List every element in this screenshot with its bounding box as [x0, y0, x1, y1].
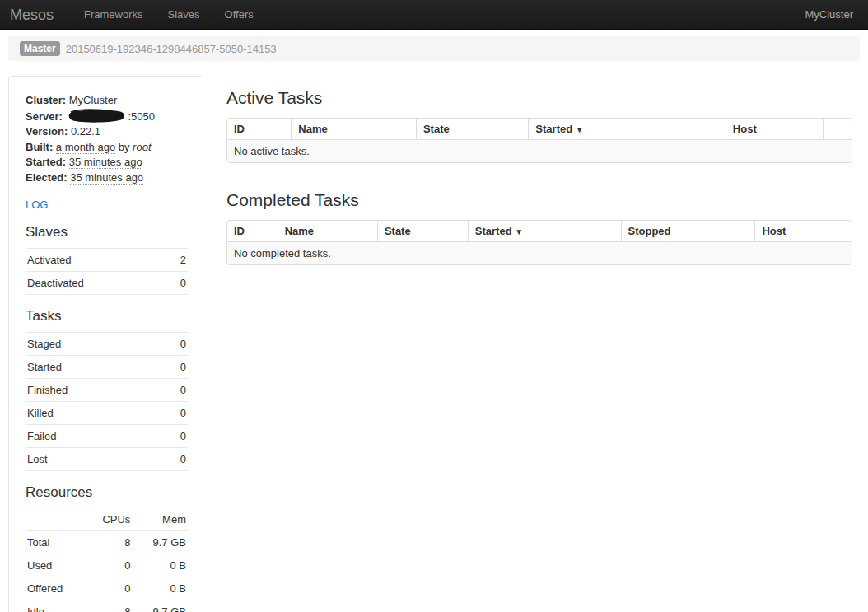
completed-col-started[interactable]: Started ▼: [468, 221, 621, 241]
completed-tasks-title: Completed Tasks: [226, 190, 852, 210]
completed-col-state[interactable]: State: [377, 221, 468, 241]
table-row: No completed tasks.: [227, 241, 852, 264]
resources-section-title: Resources: [26, 484, 188, 501]
completed-tasks-table: ID Name State Started ▼ Stopped Host No …: [226, 220, 852, 265]
active-col-name[interactable]: Name: [291, 119, 416, 139]
redaction-scribble: [66, 109, 127, 124]
table-row: Started 0: [26, 356, 188, 379]
stat-label: Failed: [26, 425, 160, 448]
brand-link-mesos[interactable]: Mesos: [0, 0, 72, 30]
master-badge: Master: [20, 41, 60, 56]
resource-mem: 9.7 GB: [132, 531, 188, 554]
stat-value: 2: [166, 249, 188, 272]
stat-label: Killed: [26, 402, 160, 425]
table-row: Used 0 0 B: [26, 554, 188, 577]
stat-label: Staged: [26, 333, 160, 356]
resource-cpus: 8: [85, 600, 133, 612]
elected-relative-time: 35 minutes ago: [70, 171, 143, 185]
resource-label: Total: [26, 531, 85, 554]
resources-col-cpus: CPUs: [85, 508, 133, 531]
table-row: Killed 0: [26, 402, 188, 425]
completed-col-stopped[interactable]: Stopped: [621, 221, 755, 241]
server-port: :5050: [128, 110, 155, 123]
active-tasks-table: ID Name State Started ▼ Host No active t…: [226, 118, 852, 163]
sort-desc-icon: ▼: [576, 125, 584, 134]
nav-item-slaves[interactable]: Slaves: [156, 0, 212, 30]
stat-label: Deactivated: [26, 272, 166, 295]
completed-col-name[interactable]: Name: [278, 221, 377, 241]
resource-cpus: 0: [85, 577, 133, 600]
nav-item-frameworks[interactable]: Frameworks: [72, 0, 156, 30]
table-row: Offered 0 0 B: [26, 577, 188, 600]
stat-value: 0: [166, 272, 188, 295]
active-col-actions: [823, 119, 852, 139]
built-info-line: Built: a month ago by root: [26, 140, 188, 156]
stat-label: Activated: [26, 249, 166, 272]
active-col-id[interactable]: ID: [227, 119, 291, 139]
breadcrumb: Master 20150619-192346-1298446857-5050-1…: [8, 36, 860, 61]
version-info-line: Version: 0.22.1: [26, 124, 188, 140]
started-relative-time: 35 minutes ago: [69, 156, 142, 169]
main-content: Active Tasks ID Name State Started ▼ Hos…: [226, 61, 852, 265]
resource-label: Used: [26, 554, 85, 577]
elected-label: Elected:: [26, 171, 68, 184]
table-row: No active tasks.: [227, 139, 852, 162]
started-info-line: Started: 35 minutes ago: [26, 155, 188, 171]
cluster-label: Cluster:: [26, 94, 66, 106]
completed-tasks-empty-message: No completed tasks.: [227, 241, 852, 264]
completed-col-actions: [833, 221, 852, 241]
sidebar-panel: Cluster: MyCluster Server: :5050 Version…: [8, 76, 203, 612]
resource-label: Idle: [26, 600, 85, 612]
elected-info-line: Elected: 35 minutes ago: [26, 171, 188, 186]
stat-label: Started: [26, 356, 160, 379]
tasks-stats-table: Staged 0 Started 0 Finished 0 Killed 0 F…: [26, 332, 188, 471]
resource-mem: 9.7 GB: [132, 600, 188, 612]
tasks-section-title: Tasks: [26, 308, 188, 325]
active-col-state[interactable]: State: [416, 119, 528, 139]
stat-value: 0: [160, 425, 188, 448]
stat-value: 0: [160, 402, 188, 425]
table-row: Lost 0: [26, 448, 188, 471]
table-row: Deactivated 0: [26, 272, 188, 295]
log-link[interactable]: LOG: [26, 199, 48, 211]
master-id: 20150619-192346-1298446857-5050-14153: [66, 43, 277, 55]
table-header-row: ID Name State Started ▼ Host: [227, 119, 852, 139]
active-tasks-title: Active Tasks: [226, 88, 852, 108]
navbar-nav: Frameworks Slaves Offers: [72, 0, 266, 30]
nav-item-offers[interactable]: Offers: [212, 0, 266, 30]
cluster-value: MyCluster: [69, 94, 118, 106]
active-col-started[interactable]: Started ▼: [528, 119, 726, 139]
stat-label: Finished: [26, 379, 160, 402]
active-col-host[interactable]: Host: [726, 119, 823, 139]
stat-value: 0: [160, 379, 188, 402]
completed-col-id[interactable]: ID: [227, 221, 278, 241]
built-relative-time: a month ago: [56, 141, 115, 154]
table-row: Activated 2: [26, 249, 188, 272]
table-header-row: ID Name State Started ▼ Stopped Host: [227, 221, 852, 241]
slaves-stats-table: Activated 2 Deactivated 0: [26, 248, 188, 295]
navbar-cluster-name: MyCluster: [805, 8, 868, 21]
completed-col-host[interactable]: Host: [754, 221, 833, 241]
resources-table: CPUs Mem Total 8 9.7 GB Used 0 0 B Offer…: [26, 508, 188, 612]
stat-label: Lost: [26, 448, 160, 471]
resources-col-blank: [26, 508, 85, 531]
resource-mem: 0 B: [132, 577, 188, 600]
stat-value: 0: [160, 333, 188, 356]
slaves-section-title: Slaves: [26, 224, 188, 241]
server-info-line: Server: :5050: [26, 109, 188, 125]
built-label: Built:: [26, 141, 53, 153]
server-label: Server:: [26, 110, 63, 123]
resource-label: Offered: [26, 577, 85, 600]
built-by-text: by: [119, 141, 130, 153]
resource-cpus: 8: [85, 531, 133, 554]
table-row: Total 8 9.7 GB: [26, 531, 188, 554]
stat-value: 0: [160, 448, 188, 471]
version-value: 0.22.1: [71, 125, 100, 138]
active-tasks-empty-message: No active tasks.: [227, 139, 852, 162]
table-header-row: CPUs Mem: [26, 508, 188, 531]
sort-desc-icon: ▼: [515, 227, 523, 236]
stat-value: 0: [160, 356, 188, 379]
started-label: Started:: [26, 156, 66, 168]
resource-cpus: 0: [85, 554, 133, 577]
table-row: Failed 0: [26, 425, 188, 448]
